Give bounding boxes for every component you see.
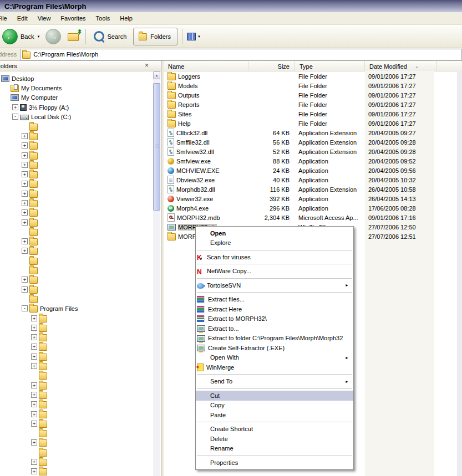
tree-item-folder[interactable]: + <box>0 323 153 332</box>
expand-toggle-icon[interactable]: + <box>22 171 28 177</box>
context-menu-item-explore[interactable]: Explore <box>196 238 353 248</box>
context-menu-item-open[interactable]: Open <box>196 228 353 238</box>
file-row-reports[interactable]: ReportsFile Folder09/01/2006 17:27 <box>164 100 462 109</box>
tree-item-my-computer[interactable]: My Computer <box>0 93 153 103</box>
tree-item-folder[interactable] <box>0 428 153 438</box>
column-header-size[interactable]: Size <box>248 61 295 71</box>
expand-toggle-icon[interactable]: + <box>22 286 28 293</box>
context-menu-item-create-self-extractor-exe[interactable]: Create Self-Extractor (.EXE) <box>196 343 353 353</box>
expand-toggle-icon[interactable]: + <box>22 181 28 187</box>
file-row-dbview32-exe[interactable]: Dbview32.exe40 KBApplication20/04/2005 1… <box>164 175 462 185</box>
column-header-date-modified[interactable]: Date Modified▲ <box>365 61 437 71</box>
context-menu-item-cut[interactable]: Cut <box>196 391 353 401</box>
file-row-morph32-mdb[interactable]: MORPH32.mdb2,304 KBMicrosoft Access Ap..… <box>164 213 462 222</box>
tree-item-program-files[interactable]: -Program Files <box>0 304 153 313</box>
column-header-name[interactable]: Name <box>164 61 248 71</box>
context-menu-item-delete[interactable]: Delete <box>196 434 353 444</box>
tree-item-folder[interactable]: + <box>0 131 153 141</box>
menu-help[interactable]: Help <box>115 13 138 23</box>
tree-item-folder[interactable]: + <box>0 390 153 400</box>
context-menu-item-paste[interactable]: Paste <box>196 410 353 420</box>
tree-item-folder[interactable] <box>0 227 153 237</box>
context-menu-item-copy[interactable]: Copy <box>196 401 353 411</box>
file-row-cllbck32-dll[interactable]: Cllbck32.dll64 KBApplication Extension20… <box>164 128 462 137</box>
context-menu-item-send-to[interactable]: Send To► <box>196 377 353 387</box>
expand-toggle-icon[interactable]: + <box>31 382 37 388</box>
views-button[interactable]: ▼ <box>187 33 201 40</box>
tree-item-folder[interactable]: + <box>0 332 153 342</box>
file-row-smffile32-dll[interactable]: Smffile32.dll56 KBApplication Extension2… <box>164 137 462 147</box>
expand-toggle-icon[interactable]: + <box>22 209 28 216</box>
expand-toggle-icon[interactable]: + <box>31 354 37 360</box>
file-row-morph4-exe[interactable]: Morph4.exe296 KBApplication17/06/2005 08… <box>164 203 462 213</box>
expand-toggle-icon[interactable]: + <box>22 162 28 168</box>
back-dropdown-icon[interactable]: ▼ <box>37 35 40 38</box>
column-header-type[interactable]: Type <box>295 61 365 71</box>
up-button[interactable]: ↟ <box>68 31 81 42</box>
context-menu-item-open-with[interactable]: Open With► <box>196 353 353 363</box>
tree-item-folder[interactable]: + <box>0 467 153 476</box>
address-input[interactable]: C:\Program Files\Morph <box>20 49 462 60</box>
search-button[interactable]: Search <box>90 31 128 42</box>
scroll-up-icon[interactable]: ▲ <box>153 71 160 79</box>
menu-file[interactable]: File <box>0 13 12 23</box>
context-menu-item-extract-files[interactable]: Extract files... <box>196 295 353 305</box>
collapse-toggle-icon[interactable]: - <box>12 114 18 120</box>
tree-item-folder[interactable]: + <box>0 217 153 227</box>
tree-item-folder[interactable]: + <box>0 342 153 351</box>
tree-item-folder[interactable]: + <box>0 198 153 208</box>
expand-toggle-icon[interactable]: + <box>31 325 37 331</box>
expand-toggle-icon[interactable]: + <box>22 191 28 197</box>
expand-toggle-icon[interactable]: + <box>31 392 37 398</box>
collapse-toggle-icon[interactable]: - <box>22 305 28 311</box>
menu-edit[interactable]: Edit <box>12 13 33 23</box>
expand-toggle-icon[interactable]: + <box>31 421 37 427</box>
context-menu-item-extract-to-folder-c-program-files-morph-morph32[interactable]: Extract to folder C:\Program Files\Morph… <box>196 334 353 344</box>
tree-item-folder[interactable]: + <box>0 246 153 255</box>
file-row-help[interactable]: HelpFile Folder09/01/2006 17:27 <box>164 119 462 128</box>
tree-item-folder[interactable]: + <box>0 179 153 188</box>
context-menu-item-tortoisesvn[interactable]: TortoiseSVN► <box>196 280 353 290</box>
context-menu-item-extract-to[interactable]: Extract to... <box>196 324 353 334</box>
tree-item-folder[interactable]: + <box>0 400 153 409</box>
context-menu-item-winmerge[interactable]: WinMerge <box>196 362 353 372</box>
tree-item-folder[interactable]: + <box>0 352 153 361</box>
tree-item-folder[interactable]: + <box>0 419 153 428</box>
tree-item-folder[interactable]: + <box>0 189 153 198</box>
tree-item-folder[interactable]: + <box>0 409 153 418</box>
tree-item-folder[interactable]: + <box>0 285 153 294</box>
menu-view[interactable]: View <box>33 13 56 23</box>
expand-toggle-icon[interactable]: + <box>31 401 37 407</box>
file-row-morphdb32-dll[interactable]: Morphdb32.dll116 KBApplication Extension… <box>164 185 462 194</box>
file-row-smfview32-dll[interactable]: Smfview32.dll52 KBApplication Extension2… <box>164 147 462 156</box>
context-menu-item-extract-to-morph32[interactable]: Extract to MORPH32\ <box>196 314 353 324</box>
scrollbar-thumb[interactable] <box>153 83 160 211</box>
tree-item-folder[interactable]: + <box>0 237 153 246</box>
tree-item-folder[interactable]: + <box>0 150 153 160</box>
expand-toggle-icon[interactable]: + <box>31 468 37 474</box>
context-menu-item-create-shortcut[interactable]: Create Shortcut <box>196 424 353 434</box>
menu-tools[interactable]: Tools <box>91 13 115 23</box>
back-button[interactable]: ← <box>2 29 18 44</box>
tree-item-folder[interactable]: + <box>0 170 153 179</box>
tree-item-folder[interactable]: + <box>0 457 153 467</box>
tree-item-folder[interactable]: + <box>0 275 153 284</box>
context-menu-item-properties[interactable]: Properties <box>196 458 353 468</box>
tree-item-folder[interactable]: + <box>0 141 153 150</box>
tree-item-folder[interactable] <box>0 371 153 380</box>
expand-toggle-icon[interactable]: + <box>12 104 18 110</box>
tree-item-folder[interactable] <box>0 256 153 265</box>
context-menu-item-rename[interactable]: Rename <box>196 444 353 454</box>
file-row-mchview-exe[interactable]: MCHVIEW.EXE24 KBApplication20/04/2005 09… <box>164 166 462 175</box>
expand-toggle-icon[interactable]: + <box>22 219 28 226</box>
expand-toggle-icon[interactable]: + <box>31 334 37 340</box>
file-row-loggers[interactable]: LoggersFile Folder09/01/2006 17:27 <box>164 71 462 81</box>
context-menu-item-scan-for-viruses[interactable]: KScan for viruses <box>196 252 353 262</box>
tree-item-folder[interactable]: + <box>0 381 153 390</box>
close-icon[interactable]: × <box>143 62 151 70</box>
file-row-models[interactable]: ModelsFile Folder09/01/2006 17:27 <box>164 81 462 90</box>
tree-item-3-floppy-a[interactable]: +3½ Floppy (A:) <box>0 103 153 112</box>
tree-item-folder[interactable] <box>0 448 153 457</box>
expand-toggle-icon[interactable]: + <box>31 315 37 321</box>
forward-button[interactable]: → <box>45 29 61 44</box>
